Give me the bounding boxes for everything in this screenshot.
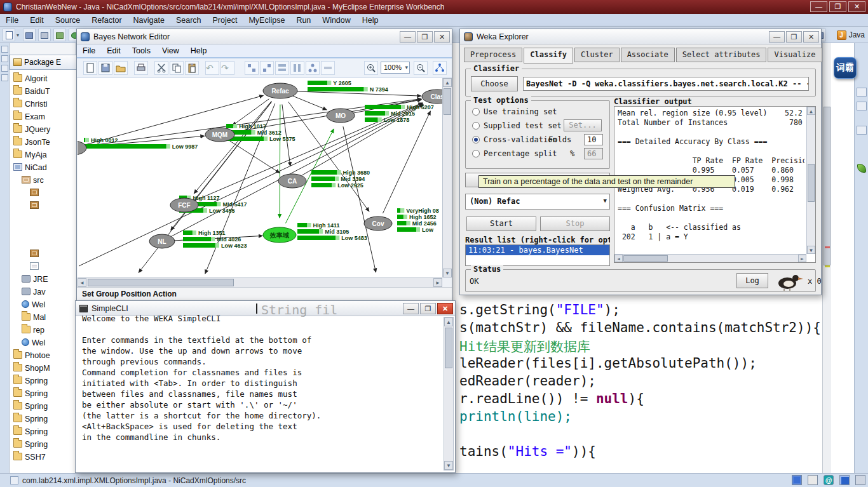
tree-item-SSH7[interactable]: SSH7	[10, 451, 76, 464]
use-training-set-option[interactable]: Use training set	[472, 107, 557, 116]
class-attribute-combo[interactable]: (Nom) Refac	[465, 194, 610, 210]
layout-icon-1[interactable]	[245, 61, 259, 75]
window-tray-icon[interactable]	[855, 475, 865, 485]
output-hscroll-thumb[interactable]	[623, 255, 668, 262]
menu-refactor[interactable]: Refactor	[86, 14, 127, 27]
open-network-icon[interactable]	[114, 61, 128, 75]
scroll-right-arrow[interactable]: ►	[433, 278, 442, 287]
bayes-close-button[interactable]: ✕	[434, 31, 450, 43]
percentage-split-option[interactable]: Percentage split	[472, 149, 557, 158]
cross-validation-radio[interactable]	[472, 136, 480, 143]
menu-source[interactable]: Source	[50, 14, 86, 27]
tree-item-JRE[interactable]: JRE	[10, 273, 76, 286]
tree-item-Spring[interactable]: Spring	[10, 413, 76, 425]
tree-item-ShopM[interactable]: ShopM	[10, 362, 76, 375]
tree-item-Christi[interactable]: Christi	[10, 98, 76, 110]
editor-vscrollbar[interactable]	[822, 43, 831, 473]
print-network-icon[interactable]	[134, 61, 148, 75]
tree-item-Mal[interactable]: Mal	[10, 311, 76, 324]
tree-item-Algorit[interactable]: Algorit	[10, 72, 76, 85]
tree-item-Spring[interactable]: Spring	[10, 375, 76, 387]
minimized-view-icon-3[interactable]	[857, 126, 867, 135]
minimized-view-icon-1[interactable]	[857, 88, 867, 97]
tab-preprocess[interactable]: Preprocess	[464, 48, 522, 62]
stop-button[interactable]: Stop	[540, 217, 610, 231]
use-training-set-radio[interactable]	[472, 108, 480, 116]
layout-icon-2[interactable]	[260, 61, 274, 75]
weka-minimize-button[interactable]: —	[769, 31, 785, 43]
tree-item-rep[interactable]: rep	[10, 324, 76, 337]
error-annotation-mark[interactable]	[825, 246, 830, 248]
zoom-level-combo[interactable]: 100%	[381, 62, 410, 74]
close-button[interactable]: ✕	[848, 1, 865, 12]
weka-maximize-button[interactable]: ❐	[786, 31, 802, 43]
layout-icon-3[interactable]	[275, 61, 289, 75]
menu-window[interactable]: Window	[316, 14, 356, 27]
tab-classify[interactable]: Classify	[524, 48, 573, 63]
print-icon[interactable]	[38, 29, 51, 41]
minimize-button[interactable]: —	[810, 1, 827, 12]
choose-classifier-button[interactable]: Choose	[471, 76, 518, 91]
simplecli-vscrollbar[interactable]: ▲ ▼	[444, 317, 454, 470]
cli-scroll-up[interactable]: ▲	[444, 317, 453, 326]
tree-item-MyAja[interactable]: MyAja	[10, 149, 76, 161]
bayes-network-canvas[interactable]: Y 2605N 7394High 5207Mid 2915Low 1878Hig…	[78, 78, 442, 277]
tab-select-attributes[interactable]: Select attributes	[676, 48, 767, 62]
new-wizard-icon[interactable]	[3, 29, 15, 41]
bayes-menu-help[interactable]: Help	[185, 44, 213, 57]
tab-visualize[interactable]: Visualize	[768, 48, 822, 62]
tree-item-Jav[interactable]: Jav	[10, 286, 76, 298]
minimized-outline-icon[interactable]	[1, 74, 8, 81]
bayes-menu-file[interactable]: File	[77, 44, 101, 57]
maximize-button[interactable]: ❐	[829, 1, 846, 12]
menu-edit[interactable]: Edit	[24, 14, 50, 27]
bayes-titlebar[interactable]: Bayes Network Editor — ❐ ✕	[77, 29, 452, 44]
cli-scroll-down[interactable]: ▼	[444, 461, 453, 470]
bayes-hscrollbar[interactable]: ◄ ►	[78, 277, 442, 287]
copy-icon[interactable]	[170, 61, 184, 75]
tree-item-JQuery[interactable]: JQuery	[10, 123, 76, 136]
tree-item-Exam[interactable]: Exam	[10, 110, 76, 123]
bayes-menu-tools[interactable]: Tools	[126, 44, 156, 57]
cross-validation-option[interactable]: Cross-validation	[472, 135, 557, 144]
debug-icon[interactable]	[53, 29, 66, 41]
percent-field[interactable]: 66	[584, 148, 603, 159]
zoom-in-icon[interactable]	[364, 61, 378, 75]
bayes-hscroll-thumb[interactable]	[88, 279, 234, 286]
output-scroll-right[interactable]: ►	[798, 255, 806, 262]
tree-item-Wel[interactable]: Wel	[10, 337, 76, 349]
supplied-test-set-radio[interactable]	[472, 122, 480, 130]
menu-run[interactable]: Run	[290, 14, 316, 27]
save-icon[interactable]	[23, 29, 36, 41]
restore-view-icon[interactable]	[1, 46, 8, 53]
tree-item-Spring[interactable]: Spring	[10, 425, 76, 438]
tree-item-package[interactable]	[10, 248, 76, 260]
zoom-out-icon[interactable]	[414, 61, 428, 75]
output-vscroll-thumb[interactable]	[808, 164, 815, 202]
save-network-icon[interactable]	[98, 61, 112, 75]
fast-view-icon[interactable]	[1, 55, 8, 62]
new-dropdown-icon[interactable]: ▾	[17, 32, 19, 38]
bayes-menu-edit[interactable]: Edit	[101, 44, 126, 57]
tree-item-Wel[interactable]: Wel	[10, 298, 76, 311]
bayes-graph[interactable]: Y 2605N 7394High 5207Mid 2915Low 1878Hig…	[78, 78, 442, 277]
undo-icon[interactable]: ↶	[205, 61, 219, 75]
tree-item-src[interactable]: src	[10, 174, 76, 187]
tree-item-Spring[interactable]: Spring	[10, 438, 76, 451]
cut-icon[interactable]	[154, 61, 168, 75]
tree-item-JsonTe[interactable]: JsonTe	[10, 136, 76, 149]
layout-icon-5[interactable]	[306, 61, 320, 75]
log-button[interactable]: Log	[736, 273, 768, 288]
simplecli-output-text[interactable]: Welcome to the WEKA SimpleCLI Enter comm…	[78, 312, 442, 470]
minimized-view-icon-2[interactable]	[857, 102, 867, 110]
tree-item-Spring[interactable]: Spring	[10, 400, 76, 413]
menu-myeclipse[interactable]: MyEclipse	[243, 14, 290, 27]
weka-close-button[interactable]: ✕	[803, 31, 819, 43]
paste-icon[interactable]	[185, 61, 199, 75]
bayes-vscroll-thumb[interactable]	[444, 88, 451, 115]
menu-navigate[interactable]: Navigate	[128, 14, 170, 27]
new-network-icon[interactable]	[83, 61, 97, 75]
cli-vscroll-thumb[interactable]	[445, 328, 452, 368]
layout-icon-6[interactable]	[321, 61, 335, 75]
result-list-item[interactable]: 11:03:21 - bayes.BayesNet	[466, 245, 609, 255]
